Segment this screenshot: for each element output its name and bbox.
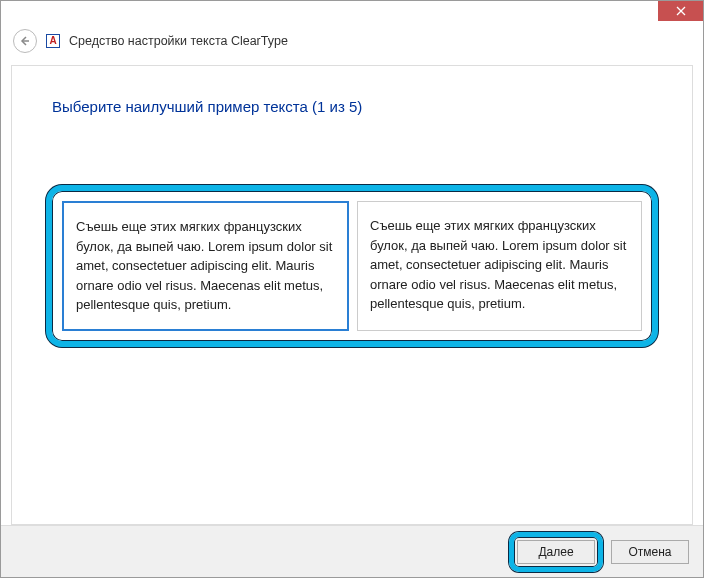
- app-icon-letter: A: [46, 34, 60, 48]
- wizard-window: A Средство настройки текста ClearType Вы…: [0, 0, 704, 578]
- app-icon: A: [45, 33, 61, 49]
- text-sample-2[interactable]: Съешь еще этих мягких французских булок,…: [357, 201, 642, 331]
- next-button[interactable]: Далее: [517, 540, 595, 564]
- next-button-highlight: Далее: [509, 532, 603, 572]
- cancel-button[interactable]: Отмена: [611, 540, 689, 564]
- instruction-text: Выберите наилучший пример текста (1 из 5…: [52, 98, 652, 115]
- text-sample-1[interactable]: Съешь еще этих мягких французских булок,…: [62, 201, 349, 331]
- arrow-left-icon: [19, 35, 31, 47]
- close-button[interactable]: [658, 1, 703, 21]
- text-samples-group: Съешь еще этих мягких французских булок,…: [46, 185, 658, 347]
- close-icon: [676, 6, 686, 16]
- window-title: Средство настройки текста ClearType: [69, 34, 288, 48]
- content-area: Выберите наилучший пример текста (1 из 5…: [11, 65, 693, 525]
- footer: Далее Отмена: [1, 525, 703, 577]
- back-button[interactable]: [13, 29, 37, 53]
- titlebar: [1, 1, 703, 23]
- header: A Средство настройки текста ClearType: [1, 23, 703, 63]
